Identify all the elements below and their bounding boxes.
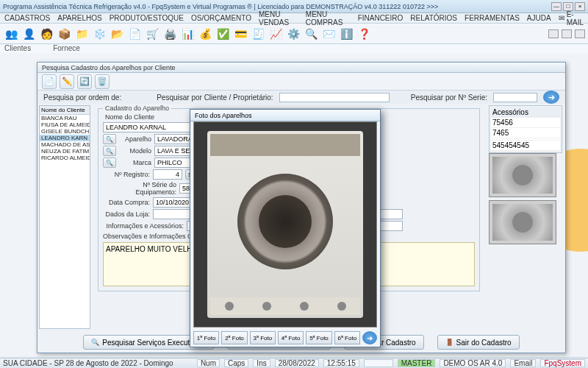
tb-product-icon[interactable]: 📦: [56, 26, 72, 42]
lookup-marca-icon[interactable]: 🔍: [103, 158, 116, 168]
label-nregistro: Nº Registro:: [103, 171, 150, 178]
photo-btn-5[interactable]: 5ª Foto: [306, 331, 331, 344]
client-row[interactable]: LEANDRO KARN: [40, 135, 90, 141]
tb-mail-icon[interactable]: ✉️: [320, 26, 337, 42]
sw-refresh-icon[interactable]: 🔄: [77, 74, 92, 89]
tb-money-icon[interactable]: 💰: [197, 26, 213, 42]
search-window-title: Pesquisa Cadastro dos Aparelhos por Clie…: [37, 63, 565, 73]
menu-financeiro[interactable]: FINANCEIRO: [358, 14, 404, 22]
label-order: Pesquisa por ordem de:: [43, 93, 121, 102]
photo-dialog: Foto dos Aparelhos 1ª Foto 2ª Foto 3ª Fo…: [190, 109, 381, 347]
tb-check-icon[interactable]: ✅: [215, 26, 231, 42]
search-go-button[interactable]: ➜: [543, 91, 559, 104]
label-infoacess: Informações e Acessórios:: [103, 222, 184, 230]
thumbnail-2[interactable]: [489, 200, 556, 244]
sb-demo: DEMO OS AR 4.0: [440, 359, 506, 367]
statusbar: SUA CIDADE - SP 28 de Agosto de 2022 - D…: [0, 358, 588, 368]
tb-receipt-icon[interactable]: 🧾: [250, 26, 266, 42]
acess-item[interactable]: 75456: [491, 118, 560, 128]
lookup-modelo-icon[interactable]: 🔍: [103, 146, 116, 156]
photo-btn-3[interactable]: 3ª Foto: [250, 331, 276, 344]
tb-help-icon[interactable]: ❓: [356, 26, 372, 42]
tb-min[interactable]: [548, 29, 559, 38]
lookup-aparelho-icon[interactable]: 🔍: [103, 134, 116, 144]
search-client-input[interactable]: [279, 93, 390, 102]
menubar: CADASTROS APARELHOS PRODUTO/ESTOQUE OS/O…: [0, 13, 588, 24]
tb-doc-icon[interactable]: 📄: [126, 26, 143, 42]
tb-cart-icon[interactable]: 🛒: [144, 26, 160, 42]
sb-ins: Ins: [253, 359, 270, 367]
client-row[interactable]: GISELE BUNDCH: [40, 128, 90, 135]
tb-client-icon[interactable]: 👤: [21, 26, 37, 42]
client-row[interactable]: FIUSA DE ALMEID: [40, 121, 90, 128]
search-serial-input[interactable]: [493, 93, 537, 102]
sw-new-icon[interactable]: 📄: [42, 74, 57, 89]
menu-vendas[interactable]: MENU VENDAS: [259, 10, 298, 26]
photo-btn-4[interactable]: 4ª Foto: [278, 331, 304, 344]
tb-info-icon[interactable]: ℹ️: [338, 26, 354, 42]
tb-folder-icon[interactable]: 📂: [109, 26, 125, 42]
tb-close[interactable]: [575, 29, 585, 38]
client-row[interactable]: RICARDO ALMEID: [40, 155, 90, 161]
client-list[interactable]: Nome do Cliente BIANCA RAUFIUSA DE ALMEI…: [39, 105, 90, 329]
photo-btn-1[interactable]: 1ª Foto: [193, 331, 219, 344]
label-nome-cliente: Nome do Cliente: [103, 113, 154, 121]
client-row[interactable]: NEUZA DE FATIM: [40, 148, 90, 155]
tb-settings-icon[interactable]: ⚙️: [285, 26, 301, 42]
thumbnails-panel: Acessórios 75456 7465 545454545: [489, 105, 562, 329]
email-button[interactable]: ✉ E-MAIL: [559, 10, 584, 26]
label-nserie: Nº Série do Equipamento:: [103, 181, 176, 196]
main-toolbar: 👥 👤 🧑 📦 📁 ❄️ 📂 📄 🛒 🖨️ 📊 💰 ✅ 💳 🧾 📈 ⚙️ 🔍 ✉…: [0, 24, 588, 44]
tb-chart-icon[interactable]: 📈: [268, 26, 284, 42]
sb-date: 28/08/2022: [275, 359, 319, 367]
label-aparelho: Aparelho: [119, 135, 151, 143]
label-datacompra: Data Compra:: [103, 199, 150, 206]
menu-cadastros[interactable]: CADASTROS: [4, 14, 50, 22]
btn-sair[interactable]: 🚪 Sair do Cadastro: [437, 335, 520, 350]
sublabel-fornece: Fornece: [53, 44, 80, 53]
tb-supplier-icon[interactable]: 🧑: [38, 26, 54, 42]
photo-btn-6[interactable]: 6ª Foto: [334, 331, 360, 344]
thumbnail-1[interactable]: [489, 153, 556, 197]
sw-edit-icon[interactable]: ✏️: [60, 74, 74, 89]
tb-report-icon[interactable]: 📊: [179, 26, 196, 42]
photo-dialog-title: Foto dos Aparelhos: [190, 110, 380, 121]
tb-print-icon[interactable]: 🖨️: [162, 26, 178, 42]
search-toolbar: 📄 ✏️ 🔄 🗑️: [37, 73, 565, 91]
photo-go-button[interactable]: ➜: [362, 331, 377, 344]
sb-blank: [364, 359, 393, 367]
menu-compras[interactable]: MENU COMPRAS: [306, 10, 351, 26]
sb-master: MASTER: [398, 359, 436, 367]
menu-os[interactable]: OS/ORÇAMENTO: [191, 14, 251, 22]
tb-max[interactable]: [562, 29, 572, 38]
client-list-header: Nome do Cliente: [40, 106, 90, 115]
tb-fridge-icon[interactable]: ❄️: [91, 26, 107, 42]
tb-clients-icon[interactable]: 👥: [3, 26, 19, 42]
tb-box-icon[interactable]: 📁: [74, 26, 90, 42]
acess-item[interactable]: 7465: [491, 128, 560, 138]
label-modelo: Modelo: [119, 147, 151, 155]
input-nregistro[interactable]: [153, 169, 182, 180]
sublabel-clientes: Clientes: [4, 44, 31, 53]
sb-num: Num: [197, 359, 220, 367]
window-title: Programa Assistência Técnica Refrigeraçã…: [3, 3, 551, 10]
acess-item[interactable]: 545454545: [491, 141, 560, 151]
tb-card-icon[interactable]: 💳: [232, 26, 248, 42]
tb-search-icon[interactable]: 🔍: [303, 26, 319, 42]
main-area: Pesquisa Cadastro dos Aparelhos por Clie…: [0, 53, 588, 356]
menu-ajuda[interactable]: AJUDA: [527, 14, 551, 22]
photo-viewport: [193, 121, 377, 328]
sw-delete-icon[interactable]: 🗑️: [95, 74, 110, 89]
client-row[interactable]: BIANCA RAU: [40, 115, 90, 121]
email-label: E-MAIL: [567, 10, 584, 26]
menu-aparelhos[interactable]: APARELHOS: [57, 14, 101, 22]
sb-email: Email: [510, 359, 536, 367]
menu-ferramentas[interactable]: FERRAMENTAS: [465, 14, 520, 22]
sb-time: 12:55:15: [323, 359, 359, 367]
label-client: Pesquisar por Cliente / Proprietário:: [157, 93, 273, 102]
photo-btn-2[interactable]: 2ª Foto: [221, 331, 247, 344]
client-row[interactable]: MACHADO DE AS: [40, 141, 90, 148]
menu-relatorios[interactable]: RELATÓRIOS: [410, 14, 457, 22]
menu-produto[interactable]: PRODUTO/ESTOQUE: [110, 14, 184, 22]
label-marca: Marca: [119, 159, 151, 166]
